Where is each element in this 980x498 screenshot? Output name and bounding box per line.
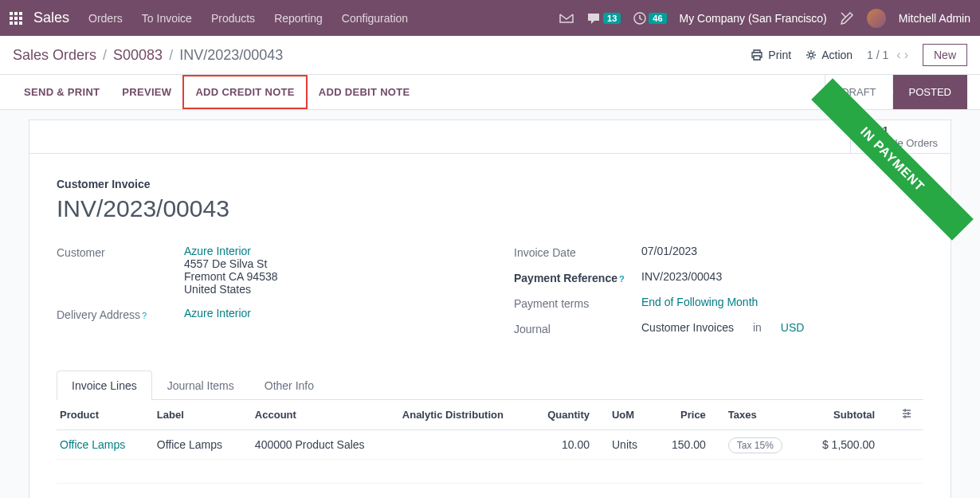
printer-icon xyxy=(751,49,763,61)
add-debit-note-button[interactable]: ADD DEBIT NOTE xyxy=(308,76,421,108)
avatar[interactable] xyxy=(867,9,886,28)
pager-count: 1 / 1 xyxy=(867,49,888,61)
add-credit-note-button[interactable]: ADD CREDIT NOTE xyxy=(182,75,307,109)
journal-label: Journal xyxy=(514,321,641,335)
payment-ref-label: Payment Reference? xyxy=(514,270,641,284)
cell-uom: Units xyxy=(601,430,654,460)
main: 1 Sale Orders IN PAYMENT Customer Invoic… xyxy=(0,110,980,498)
columns-settings-icon[interactable] xyxy=(901,409,912,422)
cell-account: 400000 Product Sales xyxy=(244,430,391,460)
breadcrumb-current: INV/2023/00043 xyxy=(179,47,283,64)
new-button[interactable]: New xyxy=(923,44,967,66)
cell-subtotal: $ 1,500.00 xyxy=(802,430,886,460)
preview-button[interactable]: PREVIEW xyxy=(111,76,182,108)
tab-other-info[interactable]: Other Info xyxy=(249,371,329,400)
tabs: Invoice Lines Journal Items Other Info xyxy=(57,371,923,400)
breadcrumb-root[interactable]: Sales Orders xyxy=(13,47,96,64)
th-quantity[interactable]: Quantity xyxy=(529,400,601,430)
company-name[interactable]: My Company (San Francisco) xyxy=(680,12,827,25)
pager: 1 / 1 ‹ › xyxy=(867,48,908,62)
settings-icon[interactable] xyxy=(840,11,854,25)
topbar-right: 13 46 My Company (San Francisco) Mitchel… xyxy=(559,9,970,28)
nav-configuration[interactable]: Configuration xyxy=(342,12,408,25)
send-print-button[interactable]: SEND & PRINT xyxy=(13,76,111,108)
breadcrumb-order[interactable]: S00083 xyxy=(113,47,163,64)
cell-price: 150.00 xyxy=(654,430,717,460)
cell-analytic xyxy=(391,430,529,460)
breadcrumb: Sales Orders / S00083 / INV/2023/00043 xyxy=(13,47,283,64)
invoice-date-label: Invoice Date xyxy=(514,245,641,259)
cell-quantity: 10.00 xyxy=(529,430,601,460)
tray-icon[interactable] xyxy=(559,12,574,25)
currency-link[interactable]: USD xyxy=(781,321,805,334)
doc-type-label: Customer Invoice xyxy=(57,178,923,190)
topnav: Orders To Invoice Products Reporting Con… xyxy=(88,12,408,25)
th-price[interactable]: Price xyxy=(654,400,717,430)
th-product[interactable]: Product xyxy=(57,400,146,430)
nav-products[interactable]: Products xyxy=(211,12,255,25)
th-uom[interactable]: UoM xyxy=(601,400,654,430)
field-col-right: Invoice Date 07/01/2023 Payment Referenc… xyxy=(514,245,923,347)
nav-orders[interactable]: Orders xyxy=(88,12,123,25)
activities-icon[interactable]: 46 xyxy=(633,12,666,25)
controlbar-right: Print Action 1 / 1 ‹ › New xyxy=(751,44,967,66)
customer-link[interactable]: Azure Interior xyxy=(184,245,251,257)
cell-label: Office Lamps xyxy=(146,430,244,460)
addr-line2: Fremont CA 94538 xyxy=(184,270,278,283)
table-row-blank xyxy=(57,460,923,484)
th-subtotal[interactable]: Subtotal xyxy=(802,400,886,430)
delivery-label: Delivery Address? xyxy=(57,307,184,321)
table-wrap: Product Label Account Analytic Distribut… xyxy=(29,400,951,498)
table-row-blank xyxy=(57,484,923,499)
tab-journal-items[interactable]: Journal Items xyxy=(152,371,249,400)
table-row[interactable]: Office Lamps Office Lamps 400000 Product… xyxy=(57,430,923,460)
payment-terms-label: Payment terms xyxy=(514,296,641,310)
th-label[interactable]: Label xyxy=(146,400,244,430)
controlbar: Sales Orders / S00083 / INV/2023/00043 P… xyxy=(0,36,980,75)
fields: Customer Azure Interior 4557 De Silva St… xyxy=(57,245,923,347)
th-account[interactable]: Account xyxy=(244,400,391,430)
invoice-lines-table: Product Label Account Analytic Distribut… xyxy=(57,400,923,498)
action-button[interactable]: Action xyxy=(806,49,853,61)
in-label: in xyxy=(753,321,762,334)
cell-product[interactable]: Office Lamps xyxy=(60,438,125,451)
stat-count: 1 xyxy=(883,124,938,137)
brand[interactable]: Sales xyxy=(33,10,69,26)
invoice-date-value: 07/01/2023 xyxy=(641,245,923,257)
cell-taxes: Tax 15% xyxy=(717,430,802,460)
field-col-left: Customer Azure Interior 4557 De Silva St… xyxy=(57,245,466,347)
th-taxes[interactable]: Taxes xyxy=(717,400,802,430)
svg-point-1 xyxy=(809,53,813,57)
pager-next[interactable]: › xyxy=(904,48,908,62)
status-posted[interactable]: POSTED xyxy=(892,75,967,109)
sheet-topbar: 1 Sale Orders xyxy=(29,120,951,154)
activities-badge: 46 xyxy=(649,13,666,24)
tab-invoice-lines[interactable]: Invoice Lines xyxy=(57,371,152,400)
messages-badge: 13 xyxy=(603,13,621,24)
print-button[interactable]: Print xyxy=(751,49,791,61)
journal-value: Customer Invoices xyxy=(641,321,734,334)
customer-label: Customer xyxy=(57,245,184,259)
delivery-link[interactable]: Azure Interior xyxy=(184,307,251,320)
nav-to-invoice[interactable]: To Invoice xyxy=(142,12,192,25)
doc-title: INV/2023/00043 xyxy=(57,195,923,222)
addr-line1: 4557 De Silva St xyxy=(184,257,267,270)
sheet-body: Customer Invoice INV/2023/00043 Customer… xyxy=(29,154,951,371)
help-icon[interactable]: ? xyxy=(619,274,625,284)
messages-icon[interactable]: 13 xyxy=(586,12,621,25)
topbar: Sales Orders To Invoice Products Reporti… xyxy=(0,0,980,36)
username[interactable]: Mitchell Admin xyxy=(899,12,970,25)
payment-terms-link[interactable]: End of Following Month xyxy=(641,296,758,308)
sheet: 1 Sale Orders IN PAYMENT Customer Invoic… xyxy=(29,120,951,498)
pager-prev[interactable]: ‹ xyxy=(896,48,900,62)
apps-icon[interactable] xyxy=(10,12,22,25)
help-icon[interactable]: ? xyxy=(142,311,147,320)
gear-icon xyxy=(806,49,817,61)
addr-line3: United States xyxy=(184,283,251,296)
payment-ref-value: INV/2023/00043 xyxy=(641,270,923,283)
th-analytic[interactable]: Analytic Distribution xyxy=(391,400,529,430)
nav-reporting[interactable]: Reporting xyxy=(274,12,323,25)
